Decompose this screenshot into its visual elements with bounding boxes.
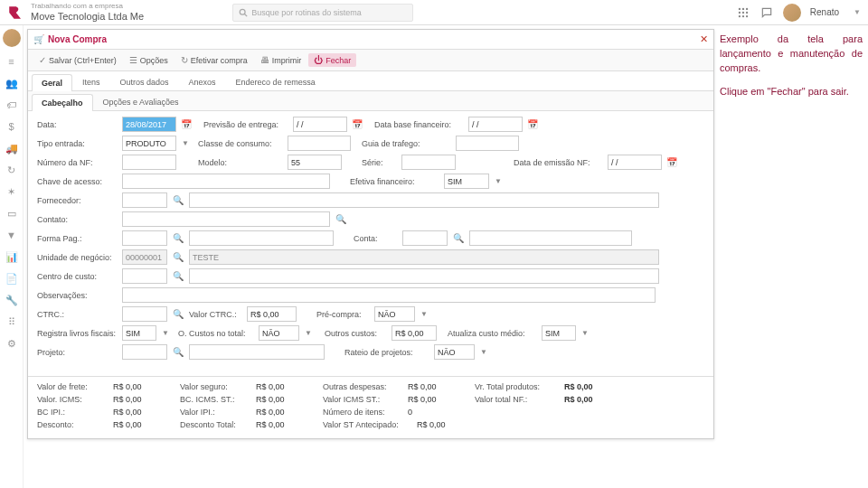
sidebar-chart-icon[interactable]: 📊 xyxy=(5,249,19,264)
chevron-down-icon[interactable]: ▼ xyxy=(180,139,191,147)
nitens-label: Número de itens: xyxy=(323,408,404,417)
forma-input[interactable] xyxy=(122,230,167,246)
forn-code-input[interactable] xyxy=(122,192,167,208)
desct-label: Desconto Total: xyxy=(180,420,252,429)
prev-label: Previsão de entrega: xyxy=(203,120,289,129)
nnf-input[interactable] xyxy=(122,155,176,170)
ocustos-input[interactable] xyxy=(392,325,437,341)
obs-input[interactable] xyxy=(122,287,656,303)
tipo-input[interactable] xyxy=(122,136,176,151)
subtab-opcoes[interactable]: Opções e Avaliações xyxy=(93,93,189,110)
acm-input[interactable] xyxy=(542,325,576,341)
global-search[interactable]: Busque por rotinas do sistema xyxy=(232,4,413,22)
denf-input[interactable] xyxy=(608,155,662,170)
search-icon[interactable]: 🔍 xyxy=(334,214,348,224)
sidebar-grid-icon[interactable]: ⠿ xyxy=(5,314,19,329)
forn-name-input[interactable] xyxy=(189,192,659,208)
calendar-icon[interactable]: 📅 xyxy=(180,117,193,132)
search-icon[interactable]: 🔍 xyxy=(171,233,185,243)
subtab-cabecalho[interactable]: Cabeçalho xyxy=(32,94,93,111)
print-icon: 🖶 xyxy=(260,55,269,65)
options-button[interactable]: ☰Opções xyxy=(124,53,174,67)
oct-input[interactable] xyxy=(259,325,299,341)
sidebar-doc-icon[interactable]: 📄 xyxy=(5,271,19,286)
efetivar-button[interactable]: ↻Efetivar compra xyxy=(175,53,253,67)
conta-input[interactable] xyxy=(402,230,448,246)
proj-input[interactable] xyxy=(122,344,167,360)
sidebar-filter-icon[interactable]: ▼ xyxy=(5,228,19,242)
fechar-button[interactable]: ⏻Fechar xyxy=(308,53,356,67)
cc-input[interactable] xyxy=(122,268,167,284)
pre-input[interactable] xyxy=(374,306,415,322)
search-icon[interactable]: 🔍 xyxy=(451,233,466,243)
conta-name-input[interactable] xyxy=(469,230,632,246)
search-icon[interactable]: 🔍 xyxy=(171,309,185,319)
print-button[interactable]: 🖶Imprimir xyxy=(255,53,307,67)
chat-icon[interactable] xyxy=(760,5,774,20)
chevron-down-icon[interactable]: ▼ xyxy=(303,329,314,337)
close-icon[interactable]: ✕ xyxy=(700,33,708,45)
contato-input[interactable] xyxy=(122,211,330,227)
chevron-down-icon[interactable]: ▼ xyxy=(419,310,429,318)
tab-outros[interactable]: Outros dados xyxy=(110,73,179,90)
sidebar-gear-icon[interactable]: ⚙ xyxy=(5,336,19,351)
rateio-input[interactable] xyxy=(434,344,475,360)
vctrc-input[interactable] xyxy=(247,306,297,322)
search-icon[interactable]: 🔍 xyxy=(171,347,185,357)
purchase-window: 🛒 Nova Compra ✕ ✓Salvar (Ctrl+Enter) ☰Op… xyxy=(27,29,714,439)
tab-anexos[interactable]: Anexos xyxy=(179,73,226,90)
save-button[interactable]: ✓Salvar (Ctrl+Enter) xyxy=(33,53,122,67)
bcipi-label: BC IPI.: xyxy=(37,408,109,417)
calendar-icon[interactable]: 📅 xyxy=(351,117,363,132)
proj-name-input[interactable] xyxy=(189,344,325,360)
sidebar-tag-icon[interactable]: 🏷 xyxy=(5,98,19,112)
chave-input[interactable] xyxy=(122,174,330,189)
efetiva-input[interactable] xyxy=(444,174,489,189)
un-name-input[interactable] xyxy=(189,249,659,265)
tab-endereco[interactable]: Endereco de remessa xyxy=(226,73,326,90)
data-input[interactable] xyxy=(122,117,176,132)
sidebar-card-icon[interactable]: ▭ xyxy=(5,206,19,221)
annotation-box: Exemplo da tela para lançamento e manute… xyxy=(720,33,863,108)
ctrc-input[interactable] xyxy=(122,306,167,322)
sidebar-menu-icon[interactable]: ≡ xyxy=(5,54,19,69)
tab-geral[interactable]: Geral xyxy=(32,74,72,91)
forma-name-input[interactable] xyxy=(189,230,334,246)
user-avatar[interactable] xyxy=(783,4,801,22)
sidebar-refresh-icon[interactable]: ↻ xyxy=(5,163,19,177)
search-icon[interactable]: 🔍 xyxy=(171,252,185,262)
list-icon: ☰ xyxy=(129,55,137,65)
dbf-input[interactable] xyxy=(468,117,523,132)
search-icon[interactable]: 🔍 xyxy=(171,195,185,205)
chevron-down-icon[interactable]: ▼ xyxy=(493,177,504,185)
rlf-input[interactable] xyxy=(122,325,156,341)
main-tabs: Geral Itens Outros dados Anexos Endereco… xyxy=(28,71,713,91)
search-icon[interactable]: 🔍 xyxy=(171,271,185,281)
vicmsst-label: Valor ICMS ST.: xyxy=(323,395,404,404)
calendar-icon[interactable]: 📅 xyxy=(665,155,678,170)
serie-input[interactable] xyxy=(401,155,456,170)
chevron-down-icon[interactable]: ▼ xyxy=(160,329,171,337)
apps-icon[interactable] xyxy=(736,5,750,20)
topbar: Trabalhando com a empresa Move Tecnologi… xyxy=(0,0,868,25)
sidebar-wrench-icon[interactable]: 🔧 xyxy=(5,293,19,307)
sidebar-globe-icon[interactable]: ✶ xyxy=(5,184,19,199)
calendar-icon[interactable]: 📅 xyxy=(526,117,539,132)
prev-input[interactable] xyxy=(293,117,347,132)
sidebar-users-icon[interactable]: 👥 xyxy=(5,76,19,90)
vtnf-value: R$ 0,00 xyxy=(564,395,609,404)
sidebar-avatar[interactable] xyxy=(3,29,21,47)
classe-input[interactable] xyxy=(288,136,351,151)
chevron-down-icon[interactable]: ▼ xyxy=(478,348,489,356)
modelo-input[interactable] xyxy=(288,155,342,170)
sidebar-dollar-icon[interactable]: $ xyxy=(5,119,19,134)
chevron-down-icon[interactable]: ▼ xyxy=(854,8,861,16)
sub-tabs: Cabeçalho Opções e Avaliações xyxy=(28,91,713,111)
chevron-down-icon[interactable]: ▼ xyxy=(580,329,590,337)
vstant-value: R$ 0,00 xyxy=(417,420,462,429)
cc-name-input[interactable] xyxy=(189,268,659,284)
un-code-input[interactable] xyxy=(122,249,167,265)
guia-input[interactable] xyxy=(456,136,519,151)
sidebar-truck-icon[interactable]: 🚚 xyxy=(5,141,19,155)
tab-itens[interactable]: Itens xyxy=(72,73,110,90)
